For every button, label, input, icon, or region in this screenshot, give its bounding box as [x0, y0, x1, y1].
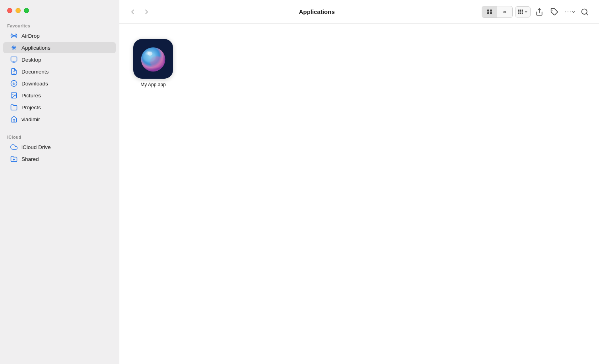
close-button[interactable] [7, 8, 12, 13]
svg-rect-23 [518, 11, 519, 12]
sidebar-item-downloads[interactable]: Downloads [3, 78, 116, 89]
svg-rect-28 [522, 13, 523, 14]
view-chevron-button[interactable] [497, 6, 512, 17]
back-button[interactable] [127, 6, 138, 17]
sidebar-item-pictures[interactable]: Pictures [3, 90, 116, 101]
svg-rect-24 [520, 11, 521, 12]
home-icon [10, 116, 18, 123]
maximize-button[interactable] [24, 8, 29, 13]
sidebar-item-applications[interactable]: Applications [3, 42, 116, 53]
svg-point-33 [570, 12, 571, 12]
share-button[interactable] [533, 6, 546, 18]
file-area: My App.app [119, 24, 599, 364]
downloads-icon [10, 80, 18, 87]
svg-point-40 [148, 52, 153, 56]
airdrop-icon [10, 32, 18, 39]
app-icon-my-app [133, 39, 173, 79]
svg-point-32 [568, 12, 568, 12]
sidebar-item-desktop[interactable]: Desktop [3, 54, 116, 65]
main-content: Applications [119, 0, 599, 364]
icloud-section-label: iCloud [0, 131, 119, 141]
svg-rect-21 [520, 10, 521, 11]
pictures-icon [10, 92, 18, 99]
svg-point-31 [565, 12, 566, 12]
toolbar-title: Applications [157, 8, 477, 15]
svg-rect-25 [522, 11, 523, 12]
icloud-drive-label: iCloud Drive [21, 144, 51, 150]
projects-label: Projects [21, 105, 41, 110]
sidebar-item-documents[interactable]: Documents [3, 66, 116, 77]
svg-point-0 [13, 35, 15, 37]
svg-rect-19 [490, 12, 492, 14]
more-button[interactable] [563, 6, 576, 18]
tag-button[interactable] [548, 6, 561, 18]
icon-view-button[interactable] [482, 6, 497, 17]
svg-rect-27 [520, 13, 521, 14]
sidebar-item-shared[interactable]: Shared [3, 153, 116, 165]
pictures-label: Pictures [21, 93, 41, 99]
forward-button[interactable] [141, 6, 152, 17]
applications-icon [10, 44, 18, 51]
toolbar: Applications [119, 0, 599, 24]
sidebar-item-vladimir[interactable]: vladimir [3, 114, 116, 125]
traffic-lights-area [0, 2, 119, 19]
folder-icon [10, 104, 18, 111]
favourites-section-label: Favourites [0, 19, 119, 30]
grid-view-dropdown[interactable] [515, 6, 531, 17]
svg-rect-5 [11, 57, 17, 61]
vladimir-label: vladimir [21, 116, 40, 122]
shared-icon [10, 155, 18, 163]
svg-rect-22 [522, 10, 523, 11]
sidebar: Favourites AirDrop Applications [0, 0, 119, 364]
desktop-label: Desktop [21, 57, 41, 63]
minimize-button[interactable] [16, 8, 21, 13]
svg-rect-26 [518, 13, 519, 14]
file-name-my-app: My App.app [140, 82, 165, 87]
airdrop-label: AirDrop [21, 33, 40, 39]
toolbar-right [482, 6, 591, 18]
shared-label: Shared [21, 156, 39, 162]
desktop-icon [10, 56, 18, 63]
svg-rect-18 [487, 12, 489, 14]
applications-label: Applications [21, 45, 51, 51]
svg-line-35 [586, 13, 588, 15]
svg-rect-20 [518, 10, 519, 11]
documents-icon [10, 68, 18, 75]
view-toggle [482, 6, 513, 18]
sidebar-item-projects[interactable]: Projects [3, 102, 116, 113]
svg-rect-16 [487, 10, 489, 12]
sidebar-item-icloud-drive[interactable]: iCloud Drive [3, 141, 116, 153]
search-button[interactable] [578, 6, 591, 18]
svg-point-13 [12, 94, 13, 95]
file-item-my-app[interactable]: My App.app [131, 36, 175, 91]
icloud-icon [10, 143, 18, 151]
documents-label: Documents [21, 69, 49, 75]
svg-rect-17 [490, 10, 492, 12]
nav-buttons [127, 6, 152, 17]
sidebar-item-airdrop[interactable]: AirDrop [3, 30, 116, 41]
downloads-label: Downloads [21, 81, 48, 87]
